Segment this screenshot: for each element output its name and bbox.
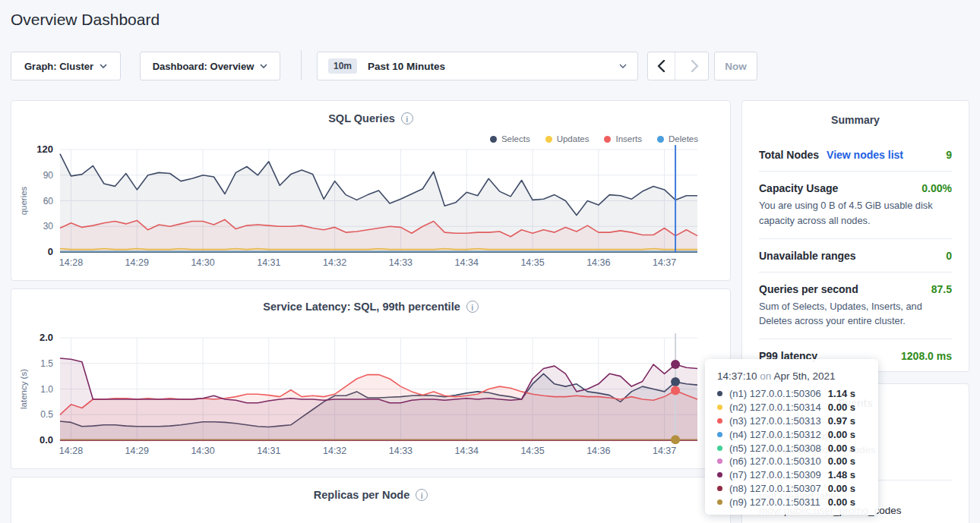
svg-text:14:31: 14:31: [257, 257, 280, 268]
svg-text:14:29: 14:29: [125, 257, 149, 268]
node-color-dot: [717, 486, 722, 491]
chart-title-text: SQL Queries: [328, 112, 395, 124]
summary-title: Summary: [759, 114, 952, 126]
summary-row-label: Total Nodes: [759, 149, 819, 161]
chart-title-text: Service Latency: SQL, 99th percentile: [263, 301, 460, 313]
service-latency-panel: Service Latency: SQL, 99th percentile i …: [11, 288, 731, 469]
tooltip-node-label: (n5) 127.0.0.1:50308: [729, 443, 821, 454]
prev-time-button[interactable]: [648, 52, 675, 80]
tooltip-node-value: 0.00 s: [828, 483, 868, 494]
tooltip-node-row: (n7) 127.0.0.1:503091.48 s: [717, 468, 868, 482]
svg-text:0.0: 0.0: [40, 434, 53, 446]
svg-text:14:35: 14:35: [520, 257, 544, 268]
node-color-dot: [717, 458, 722, 464]
node-color-dot: [717, 405, 722, 410]
sql-queries-legend: SelectsUpdatesInsertsDeletes: [490, 134, 698, 143]
dashboard-dropdown[interactable]: Dashboard: Overview: [140, 52, 280, 80]
svg-text:14:34: 14:34: [455, 446, 479, 456]
legend-item: Deletes: [657, 134, 698, 143]
svg-text:14:33: 14:33: [389, 446, 413, 456]
summary-row-subtext: Sum of Selects, Updates, Inserts, and De…: [759, 299, 952, 329]
toolbar-divider: [301, 50, 302, 80]
svg-text:14:37: 14:37: [653, 257, 676, 268]
tooltip-node-label: (n6) 127.0.0.1:50310: [729, 455, 821, 467]
chart-hover-tooltip: 14:37:10 on Apr 5th, 2021 (n1) 127.0.0.1…: [705, 359, 878, 515]
svg-text:14:32: 14:32: [323, 257, 346, 268]
service-latency-title: Service Latency: SQL, 99th percentile i: [11, 301, 730, 313]
svg-text:14:32: 14:32: [323, 446, 346, 456]
node-color-dot: [717, 391, 722, 396]
tooltip-node-label: (n9) 127.0.0.1:50311: [729, 496, 820, 508]
info-icon[interactable]: i: [401, 112, 413, 124]
tooltip-node-value: 0.00 s: [828, 402, 868, 413]
tooltip-node-value: 0.00 s: [828, 455, 868, 467]
tooltip-node-row: (n9) 127.0.0.1:503110.00 s: [717, 495, 868, 509]
svg-text:14:34: 14:34: [455, 257, 479, 268]
summary-row-value: 0: [946, 250, 952, 262]
page-title: Overview Dashboard: [11, 11, 160, 29]
next-time-button[interactable]: [681, 52, 708, 80]
svg-text:14:36: 14:36: [586, 446, 610, 456]
svg-text:1.5: 1.5: [40, 358, 53, 369]
svg-text:14:37: 14:37: [653, 446, 676, 456]
svg-text:0: 0: [48, 246, 53, 257]
replicas-per-node-panel: Replicas per Node i: [11, 477, 731, 523]
legend-dot: [545, 136, 552, 143]
sql-queries-chart[interactable]: 030609012014:2814:2914:3014:3114:3214:33…: [11, 145, 732, 279]
summary-row-unavailable-ranges: Unavailable ranges 0: [759, 238, 952, 272]
tooltip-node-label: (n4) 127.0.0.1:50312: [729, 429, 821, 440]
summary-row-subtext: You are using 0 B of 4.5 GiB usable disk…: [759, 198, 952, 228]
legend-label: Selects: [501, 134, 530, 143]
time-range-badge: 10m: [328, 58, 357, 74]
info-icon[interactable]: i: [416, 489, 428, 501]
time-range-dropdown[interactable]: 10m Past 10 Minutes: [317, 52, 638, 80]
service-latency-chart[interactable]: 0.00.51.01.52.014:2814:2914:3014:3114:32…: [11, 333, 732, 467]
tooltip-time: 14:37:10: [717, 370, 757, 382]
legend-label: Inserts: [615, 134, 642, 143]
tooltip-node-row: (n8) 127.0.0.1:503070.00 s: [717, 482, 868, 496]
view-nodes-list-link[interactable]: View nodes list: [827, 149, 903, 161]
tooltip-timestamp: 14:37:10 on Apr 5th, 2021: [717, 370, 868, 382]
svg-text:1.0: 1.0: [40, 384, 53, 395]
info-icon[interactable]: i: [466, 301, 479, 313]
replicas-per-node-title: Replicas per Node i: [11, 489, 730, 501]
legend-label: Updates: [557, 134, 590, 143]
tooltip-node-row: (n5) 127.0.0.1:503080.00 s: [717, 441, 868, 455]
tooltip-node-label: (n2) 127.0.0.1:50314: [729, 402, 821, 413]
graph-dropdown-label: Graph: Cluster: [24, 61, 93, 72]
node-color-dot: [717, 418, 722, 424]
summary-row-label: Queries per second: [759, 283, 858, 295]
svg-text:14:33: 14:33: [389, 257, 413, 268]
tooltip-node-row: (n4) 127.0.0.1:503120.00 s: [717, 427, 868, 441]
svg-text:30: 30: [43, 221, 54, 232]
tooltip-node-label: (n3) 127.0.0.1:50313: [729, 415, 821, 427]
svg-text:14:28: 14:28: [59, 446, 83, 456]
svg-text:120: 120: [36, 145, 53, 155]
svg-text:14:35: 14:35: [520, 446, 544, 456]
graph-dropdown[interactable]: Graph: Cluster: [11, 52, 121, 80]
tooltip-date: Apr 5th, 2021: [773, 370, 835, 382]
tooltip-node-row: (n6) 127.0.0.1:503100.00 s: [717, 455, 868, 468]
svg-text:14:31: 14:31: [257, 446, 280, 456]
summary-row-capacity-usage: Capacity Usage 0.00% You are using 0 B o…: [759, 171, 952, 238]
summary-row-value: 87.5: [931, 283, 952, 295]
now-button[interactable]: Now: [714, 52, 757, 80]
tooltip-node-row: (n1) 127.0.0.1:503061.14 s: [717, 387, 868, 401]
svg-text:90: 90: [43, 170, 54, 181]
summary-row-label: Unavailable ranges: [759, 250, 856, 262]
svg-text:14:30: 14:30: [191, 257, 214, 268]
tooltip-node-label: (n1) 127.0.0.1:50306: [729, 388, 821, 399]
svg-text:14:36: 14:36: [586, 257, 610, 268]
summary-row-label: Capacity Usage: [759, 182, 838, 194]
tooltip-node-row: (n3) 127.0.0.1:503130.97 s: [717, 414, 868, 428]
chevron-right-icon: [691, 60, 699, 72]
summary-row-value: 9: [946, 149, 952, 161]
svg-text:queries: queries: [19, 186, 28, 215]
tooltip-node-label: (n8) 127.0.0.1:50307: [729, 483, 821, 494]
svg-text:60: 60: [43, 196, 54, 206]
node-color-dot: [717, 499, 722, 505]
svg-text:0.5: 0.5: [40, 409, 53, 420]
tooltip-node-row: (n2) 127.0.0.1:503140.00 s: [717, 401, 868, 414]
legend-item: Inserts: [604, 134, 642, 143]
summary-row-total-nodes: Total Nodes View nodes list 9: [759, 138, 952, 171]
